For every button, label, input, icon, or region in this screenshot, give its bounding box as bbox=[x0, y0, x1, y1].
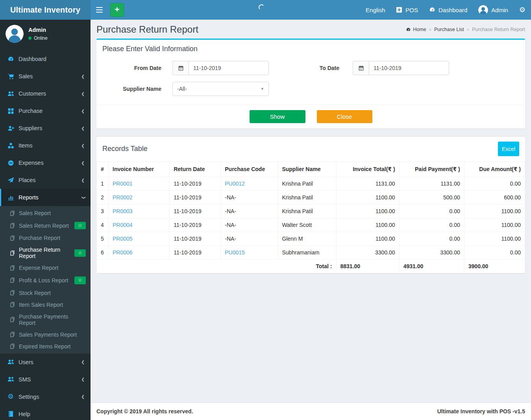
column-header: Supplier Name bbox=[278, 162, 336, 177]
sidebar-subitem-purchase-return-report[interactable]: Purchase Return Report☆ bbox=[0, 244, 91, 262]
invoice-number-link[interactable]: PR0004 bbox=[113, 222, 133, 228]
chevron-left-icon: ❮ bbox=[81, 161, 85, 165]
invoice-number-link[interactable]: PR0005 bbox=[113, 236, 133, 242]
invoice-number-link[interactable]: PR0003 bbox=[113, 208, 133, 214]
table-cell: 11-10-2019 bbox=[170, 218, 221, 232]
table-cell: 1100.00 bbox=[336, 232, 399, 246]
table-cell: 3300.00 bbox=[399, 246, 464, 260]
table-cell: -NA- bbox=[221, 232, 278, 246]
nav-user-avatar bbox=[478, 5, 488, 15]
nav-settings[interactable]: ⚙ bbox=[514, 0, 531, 20]
breadcrumb-label: Home bbox=[413, 27, 426, 32]
from-date-label: From Date bbox=[102, 65, 161, 71]
total-value: 8831.00 bbox=[336, 260, 399, 273]
navbar-right-menu: EnglishPOSDashboardAdmin⚙ bbox=[360, 0, 531, 20]
invoice-number-link[interactable]: PR0006 bbox=[113, 249, 133, 256]
purchase-code-link[interactable]: PU0015 bbox=[225, 249, 245, 256]
nav-pos[interactable]: POS bbox=[390, 0, 424, 20]
sidebar-item-suppliers[interactable]: Suppliers❮ bbox=[0, 120, 91, 137]
sidebar-subitem-expired-items-report[interactable]: Expired Items Report bbox=[0, 341, 91, 352]
nav-language[interactable]: English bbox=[360, 0, 390, 20]
sidebar-subitem-stock-report[interactable]: Stock Report bbox=[0, 287, 91, 299]
supplier-select[interactable]: -All- ▼ bbox=[172, 82, 269, 96]
total-value: 4931.00 bbox=[399, 260, 464, 273]
table-cell: 11-10-2019 bbox=[170, 177, 221, 191]
filter-actions: Show Close bbox=[96, 104, 525, 129]
sidebar-subitem-expense-report[interactable]: Expense Report bbox=[0, 262, 91, 274]
sidebar-subitem-label: Stock Report bbox=[19, 290, 51, 296]
quick-add-button[interactable]: + bbox=[110, 3, 124, 17]
table-row: 4PR000411-10-2019-NA-Walter Scott1100.00… bbox=[97, 218, 525, 232]
table-cell: 600.00 bbox=[464, 191, 525, 204]
breadcrumb-purchase-list[interactable]: Purchase List bbox=[434, 27, 464, 32]
app-logo[interactable]: Ultimate Inventory bbox=[0, 0, 91, 20]
column-header: Purchase Code bbox=[221, 162, 278, 177]
sidebar-subitem-item-sales-report[interactable]: Item Sales Report bbox=[0, 299, 91, 311]
nav-dashboard[interactable]: Dashboard bbox=[424, 0, 473, 20]
cogs-icon: ⚙ bbox=[519, 6, 525, 13]
chevron-left-icon: ❮ bbox=[81, 109, 85, 113]
sidebar-item-sales[interactable]: Sales❮ bbox=[0, 68, 91, 85]
total-value: 3900.00 bbox=[464, 260, 525, 273]
table-cell: 1131.00 bbox=[336, 177, 399, 191]
files-icon bbox=[9, 343, 15, 350]
table-row: 5PR000511-10-2019-NA-Glenn M1100.000.001… bbox=[97, 232, 525, 246]
footer-copyright: Copyright © 2019 All rights reserved. bbox=[96, 408, 193, 414]
sidebar-item-purchase[interactable]: Purchase❮ bbox=[0, 102, 91, 120]
table-cell: 11-10-2019 bbox=[170, 246, 221, 260]
minus-circle-icon bbox=[7, 159, 14, 166]
sidebar-subitem-label: Sales Report bbox=[19, 210, 51, 216]
table-cell: 500.00 bbox=[399, 191, 464, 204]
sidebar-subitem-label: Purchase Return Report bbox=[19, 247, 71, 259]
sidebar-item-customers[interactable]: Customers❮ bbox=[0, 85, 91, 102]
column-header: Return Date bbox=[170, 162, 221, 177]
chevron-left-icon: ❮ bbox=[81, 394, 85, 399]
purchase-code-link[interactable]: PU0012 bbox=[225, 181, 245, 187]
table-cell: 11-10-2019 bbox=[170, 191, 221, 204]
column-header: Paid Payment(₹ ) bbox=[399, 162, 464, 177]
close-button[interactable]: Close bbox=[317, 110, 372, 123]
user-status: Online bbox=[28, 35, 48, 41]
table-cell: 0.00 bbox=[399, 232, 464, 246]
content-wrapper: Purchase Return Report Home>Purchase Lis… bbox=[91, 20, 531, 402]
sidebar-body: Admin Online DashboardSales❮Customers❮Pu… bbox=[0, 20, 91, 420]
breadcrumb-purchase-return-report: Purchase Return Report bbox=[472, 27, 525, 32]
sidebar-item-places[interactable]: Places❮ bbox=[0, 171, 91, 189]
sidebar-subitem-label: Sales Payments Report bbox=[19, 332, 77, 338]
sidebar-item-expenses[interactable]: Expenses❮ bbox=[0, 154, 91, 171]
sidebar-subitem-label: Expense Report bbox=[19, 265, 58, 271]
sidebar-item-label: Items bbox=[19, 142, 32, 149]
home-icon bbox=[406, 27, 411, 32]
sidebar-item-sms[interactable]: SMS❮ bbox=[0, 371, 91, 388]
sidebar-item-users[interactable]: Users❮ bbox=[0, 354, 91, 371]
show-button[interactable]: Show bbox=[250, 110, 305, 123]
sidebar-subitem-sales-return-report[interactable]: Sales Return Report☆ bbox=[0, 219, 91, 232]
plus-square-icon bbox=[396, 7, 402, 13]
sidebar-subitem-label: Expired Items Report bbox=[19, 343, 71, 350]
sidebar-item-reports[interactable]: Reports❮ bbox=[0, 189, 91, 206]
sidebar-item-settings[interactable]: ⚙Settings❮ bbox=[0, 388, 91, 405]
files-icon bbox=[9, 265, 15, 271]
sidebar-subitem-sales-report[interactable]: Sales Report bbox=[0, 207, 91, 219]
from-date-input[interactable] bbox=[189, 61, 269, 75]
user-avatar bbox=[6, 25, 24, 43]
sidebar-item-items[interactable]: Items❮ bbox=[0, 137, 91, 154]
nav-user[interactable]: Admin bbox=[473, 0, 514, 20]
sidebar-toggle-icon[interactable] bbox=[91, 0, 108, 20]
sidebar-item-dashboard[interactable]: Dashboard bbox=[0, 50, 91, 68]
breadcrumb-home[interactable]: Home bbox=[406, 27, 426, 32]
sidebar-subitem-profit-loss-report[interactable]: Profit & Loss Report☆ bbox=[0, 274, 91, 287]
table-cell: Walter Scott bbox=[278, 218, 336, 232]
top-navbar: + EnglishPOSDashboardAdmin⚙ bbox=[91, 0, 531, 20]
excel-export-button[interactable]: Excel bbox=[498, 142, 519, 156]
sidebar-subitem-purchase-payments-report[interactable]: Purchase Payments Report bbox=[0, 311, 91, 329]
sidebar-subitem-sales-payments-report[interactable]: Sales Payments Report bbox=[0, 329, 91, 341]
invoice-number-link[interactable]: PR0001 bbox=[113, 181, 133, 187]
sidebar-subitem-purchase-report[interactable]: Purchase Report bbox=[0, 232, 91, 244]
sidebar-item-help[interactable]: Help bbox=[0, 405, 91, 420]
user-status-label: Online bbox=[34, 35, 48, 41]
records-total-row: Total :8831.004931.003900.00 bbox=[97, 260, 525, 273]
invoice-number-link[interactable]: PR0002 bbox=[113, 194, 133, 201]
nav-pos-label: POS bbox=[405, 7, 418, 13]
to-date-input[interactable] bbox=[369, 61, 449, 75]
